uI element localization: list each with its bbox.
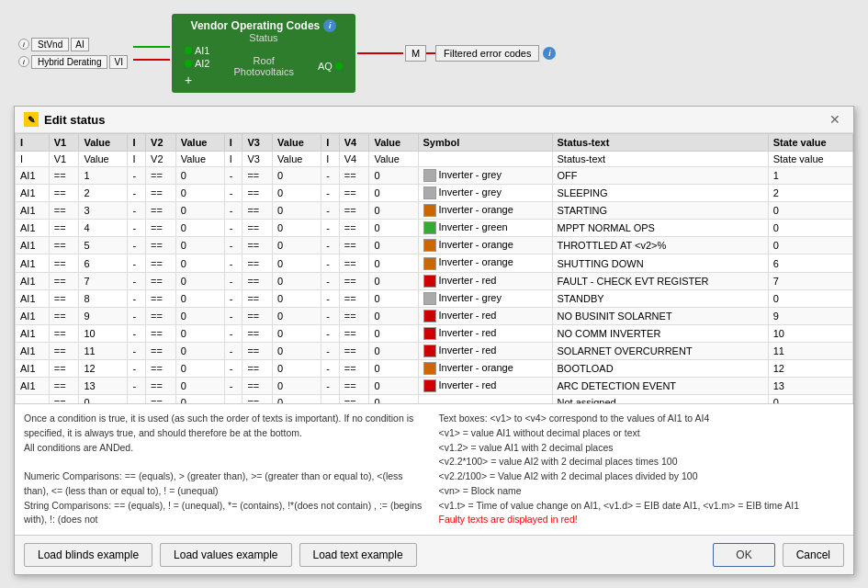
table-row[interactable]: AI1==11-==0-==0-==0Inverter - redSOLARNE… bbox=[16, 342, 853, 359]
table-container[interactable]: I V1 Value I V2 Value I V3 Value I V4 Va… bbox=[15, 133, 853, 404]
cell-v4: == bbox=[339, 254, 369, 272]
m-box: M bbox=[405, 45, 426, 62]
load-text-button[interactable]: Load text example bbox=[299, 543, 417, 567]
cell-val1: 12 bbox=[79, 360, 128, 378]
close-button[interactable]: ✕ bbox=[826, 112, 844, 127]
cell-v1: == bbox=[49, 395, 79, 404]
cell-i1: AI1 bbox=[16, 307, 50, 324]
cell-symbol: Inverter - red bbox=[418, 324, 552, 342]
cell-state: 0 bbox=[768, 202, 852, 220]
cell-val3: 0 bbox=[273, 254, 321, 272]
help-left: Once a condition is true, it is used (as… bbox=[24, 412, 430, 527]
table-row[interactable]: AI1==4-==0-==0-==0Inverter - greenMPPT N… bbox=[16, 220, 853, 237]
cell-v4: == bbox=[339, 202, 369, 220]
symbol-name: Inverter - red bbox=[439, 345, 497, 356]
table-row[interactable]: AI1==13-==0-==0-==0Inverter - redARC DET… bbox=[16, 378, 853, 395]
cell-status: STARTING bbox=[552, 202, 768, 220]
cell-i3: - bbox=[224, 307, 242, 324]
table-row[interactable]: -==0-==0-==0-==0Not assigned0 bbox=[16, 395, 853, 404]
table-row[interactable]: IV1ValueIV2ValueIV3ValueIV4ValueStatus-t… bbox=[16, 152, 853, 167]
symbol-name: Inverter - red bbox=[439, 379, 497, 390]
cell-symbol: Inverter - red bbox=[418, 378, 552, 395]
vendor-center: Roof Photovoltaics bbox=[209, 55, 318, 77]
symbol-swatch bbox=[423, 239, 436, 252]
cell-i4: - bbox=[321, 237, 340, 254]
cell-val4: Value bbox=[369, 152, 418, 167]
stvnd-info-icon: i bbox=[18, 39, 29, 50]
table-row[interactable]: AI1==8-==0-==0-==0Inverter - greySTANDBY… bbox=[16, 289, 853, 307]
cell-val4: 0 bbox=[369, 254, 418, 272]
symbol-name: Inverter - red bbox=[439, 327, 497, 338]
cell-i1: AI1 bbox=[16, 167, 50, 185]
cell-i2: - bbox=[128, 307, 146, 324]
cell-symbol: Inverter - grey bbox=[418, 185, 552, 202]
cell-status: SOLARNET OVERCURRENT bbox=[552, 342, 768, 359]
table-row[interactable]: AI1==5-==0-==0-==0Inverter - orangeTHROT… bbox=[16, 237, 853, 254]
cell-val2: Value bbox=[175, 152, 224, 167]
cell-state: 11 bbox=[768, 342, 852, 359]
table-row[interactable]: AI1==9-==0-==0-==0Inverter - redNO BUSIN… bbox=[16, 307, 853, 324]
cell-v3: == bbox=[242, 167, 273, 185]
cell-v3: == bbox=[242, 202, 273, 220]
vendor-status: Status bbox=[249, 32, 277, 43]
cell-v3: == bbox=[242, 237, 273, 254]
cell-status: ARC DETECTION EVENT bbox=[552, 378, 768, 395]
table-row[interactable]: AI1==3-==0-==0-==0Inverter - orangeSTART… bbox=[16, 202, 853, 220]
cell-val3: Value bbox=[273, 152, 321, 167]
diagram-area: i StVnd AI i Hybrid Derating VI Vendor O… bbox=[0, 0, 868, 106]
table-row[interactable]: AI1==6-==0-==0-==0Inverter - orangeSHUTT… bbox=[16, 254, 853, 272]
cell-val2: 0 bbox=[175, 342, 224, 359]
table-row[interactable]: AI1==12-==0-==0-==0Inverter - orangeBOOT… bbox=[16, 360, 853, 378]
table-row[interactable]: AI1==1-==0-==0-==0Inverter - greyOFF1 bbox=[16, 167, 853, 185]
col-v1: V1 bbox=[49, 134, 79, 152]
cell-val3: 0 bbox=[273, 324, 321, 342]
cell-val1: 0 bbox=[79, 395, 128, 404]
cancel-button[interactable]: Cancel bbox=[783, 543, 844, 567]
cell-val2: 0 bbox=[175, 202, 224, 220]
load-values-button[interactable]: Load values example bbox=[160, 543, 291, 567]
symbol-name: Inverter - grey bbox=[439, 169, 502, 180]
cell-i3: I bbox=[224, 152, 242, 167]
aq-output: AQ bbox=[318, 61, 343, 72]
cell-v1: == bbox=[49, 378, 79, 395]
cell-v4: == bbox=[339, 237, 369, 254]
vendor-box: Vendor Operating Codes i Status AI1 AI2 bbox=[172, 14, 355, 93]
col-val4: Value bbox=[369, 134, 418, 152]
cell-v3: == bbox=[242, 289, 273, 307]
cell-val3: 0 bbox=[273, 360, 321, 378]
cell-v2: == bbox=[146, 220, 176, 237]
cell-val3: 0 bbox=[273, 272, 321, 289]
m-label: M bbox=[411, 48, 420, 59]
cell-i1: AI1 bbox=[16, 272, 50, 289]
add-icon[interactable]: + bbox=[185, 73, 192, 87]
col-v3: V3 bbox=[242, 134, 273, 152]
vendor-info-icon[interactable]: i bbox=[323, 19, 336, 32]
cell-status: Not assigned bbox=[552, 395, 768, 404]
cell-v4: == bbox=[339, 220, 369, 237]
cell-v2: V2 bbox=[146, 152, 176, 167]
cell-v1: == bbox=[49, 324, 79, 342]
cell-val2: 0 bbox=[175, 395, 224, 404]
cell-i4: - bbox=[321, 342, 340, 359]
filtered-info-icon[interactable]: i bbox=[543, 47, 556, 60]
help-area: Once a condition is true, it is used (as… bbox=[15, 404, 853, 536]
table-row[interactable]: AI1==7-==0-==0-==0Inverter - redFAULT - … bbox=[16, 272, 853, 289]
cell-i2: - bbox=[128, 395, 146, 404]
load-blinds-button[interactable]: Load blinds example bbox=[24, 543, 152, 567]
ai1-label: AI1 bbox=[195, 45, 210, 56]
cell-val2: 0 bbox=[175, 360, 224, 378]
cell-status: OFF bbox=[552, 167, 768, 185]
ok-button[interactable]: OK bbox=[713, 543, 774, 567]
cell-i1: AI1 bbox=[16, 254, 50, 272]
cell-v1: == bbox=[49, 254, 79, 272]
cell-v4: == bbox=[339, 307, 369, 324]
col-val2: Value bbox=[175, 134, 224, 152]
table-row[interactable]: AI1==2-==0-==0-==0Inverter - greySLEEPIN… bbox=[16, 185, 853, 202]
col-val1: Value bbox=[79, 134, 128, 152]
help-left-p4: String Comparisons: == (equals), ! = (un… bbox=[24, 499, 430, 528]
add-btn[interactable]: + bbox=[185, 73, 210, 87]
dialog-title: Edit status bbox=[44, 113, 105, 127]
cell-v2: == bbox=[146, 360, 176, 378]
table-row[interactable]: AI1==10-==0-==0-==0Inverter - redNO COMM… bbox=[16, 324, 853, 342]
cell-val3: 0 bbox=[273, 237, 321, 254]
